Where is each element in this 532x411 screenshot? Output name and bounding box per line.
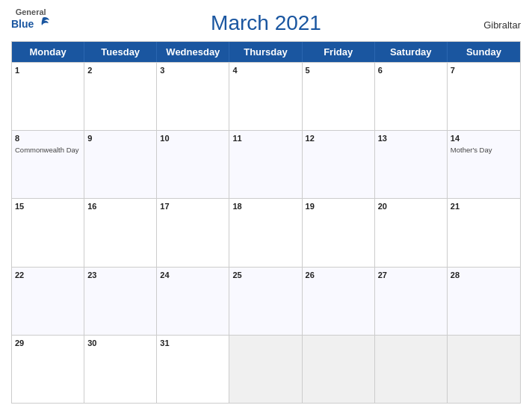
day-cell-4-4 [303,336,375,403]
day-cell-1-0: 8Commonwealth Day [12,131,84,198]
logo-bird-icon [35,16,50,31]
day-header-thursday: Thursday [229,42,302,62]
day-cell-4-1: 30 [84,336,157,403]
week-row-3: 15161718192021 [12,198,520,266]
day-number: 24 [160,270,226,280]
day-number: 22 [15,270,81,280]
day-cell-0-4: 5 [303,63,375,130]
day-cell-0-3: 4 [229,63,302,130]
day-cell-3-4: 26 [303,268,375,335]
day-header-friday: Friday [303,42,375,62]
day-cell-3-0: 22 [12,268,84,335]
day-cell-1-1: 9 [84,131,157,198]
day-number: 25 [232,270,298,280]
day-number: 14 [451,133,517,143]
day-number: 15 [15,201,81,211]
day-cell-1-2: 10 [157,131,229,198]
day-headers-row: Monday Tuesday Wednesday Thursday Friday… [12,42,520,62]
calendar-header: General Blue March 2021 Gibraltar [11,7,521,41]
day-cell-4-0: 29 [12,336,84,403]
day-header-wednesday: Wednesday [157,42,229,62]
calendar-container: General Blue March 2021 Gibraltar Monday… [0,0,532,411]
day-cell-1-6: 14Mother's Day [448,131,520,198]
day-cell-0-1: 2 [84,63,157,130]
week-row-5: 293031 [12,335,520,403]
day-number: 7 [451,65,517,75]
day-number: 19 [306,201,371,211]
day-number: 27 [378,270,444,280]
day-cell-2-5: 20 [375,199,448,266]
day-number: 4 [232,65,298,75]
day-number: 16 [87,201,153,211]
day-cell-2-0: 15 [12,199,84,266]
day-number: 5 [306,65,371,75]
day-number: 17 [160,201,226,211]
day-cell-2-1: 16 [84,199,157,266]
day-number: 21 [451,201,517,211]
calendar-title: March 2021 [211,11,321,35]
day-cell-3-5: 27 [375,268,448,335]
day-cell-3-2: 24 [157,268,229,335]
day-header-saturday: Saturday [375,42,448,62]
day-cell-2-3: 18 [229,199,302,266]
calendar-grid: Monday Tuesday Wednesday Thursday Friday… [11,41,521,404]
logo-blue: Blue [11,19,34,29]
day-number: 3 [160,65,226,75]
day-cell-1-3: 11 [229,131,302,198]
day-header-tuesday: Tuesday [84,42,157,62]
day-cell-3-3: 25 [229,268,302,335]
weeks-container: 12345678Commonwealth Day91011121314Mothe… [12,62,520,403]
day-cell-4-5 [375,336,448,403]
day-number: 18 [232,201,298,211]
week-row-2: 8Commonwealth Day91011121314Mother's Day [12,130,520,198]
day-cell-0-6: 7 [448,63,520,130]
day-number: 23 [87,270,153,280]
day-cell-1-5: 13 [375,131,448,198]
day-event: Mother's Day [451,146,517,154]
day-number: 30 [87,338,153,348]
logo-general: General [16,7,46,16]
day-cell-2-2: 17 [157,199,229,266]
day-number: 28 [451,270,517,280]
day-cell-4-3 [229,336,302,403]
day-cell-2-6: 21 [448,199,520,266]
day-number: 11 [232,133,298,143]
day-number: 31 [160,338,226,348]
day-number: 12 [306,133,371,143]
day-cell-0-0: 1 [12,63,84,130]
day-cell-0-5: 6 [375,63,448,130]
day-number: 29 [15,338,81,348]
day-cell-4-2: 31 [157,336,229,403]
day-number: 13 [378,133,444,143]
day-number: 26 [306,270,371,280]
day-number: 2 [87,65,153,75]
day-number: 8 [15,133,81,143]
day-number: 6 [378,65,444,75]
day-number: 1 [15,65,81,75]
week-row-4: 22232425262728 [12,267,520,335]
logo: General Blue [11,7,50,31]
day-cell-1-4: 12 [303,131,375,198]
day-number: 20 [378,201,444,211]
day-number: 10 [160,133,226,143]
day-cell-4-6 [448,336,520,403]
day-header-monday: Monday [12,42,84,62]
day-cell-3-6: 28 [448,268,520,335]
week-row-1: 1234567 [12,62,520,130]
day-number: 9 [87,133,153,143]
day-cell-2-4: 19 [303,199,375,266]
day-header-sunday: Sunday [448,42,520,62]
day-event: Commonwealth Day [15,146,81,154]
day-cell-3-1: 23 [84,268,157,335]
calendar-region: Gibraltar [483,19,521,30]
day-cell-0-2: 3 [157,63,229,130]
